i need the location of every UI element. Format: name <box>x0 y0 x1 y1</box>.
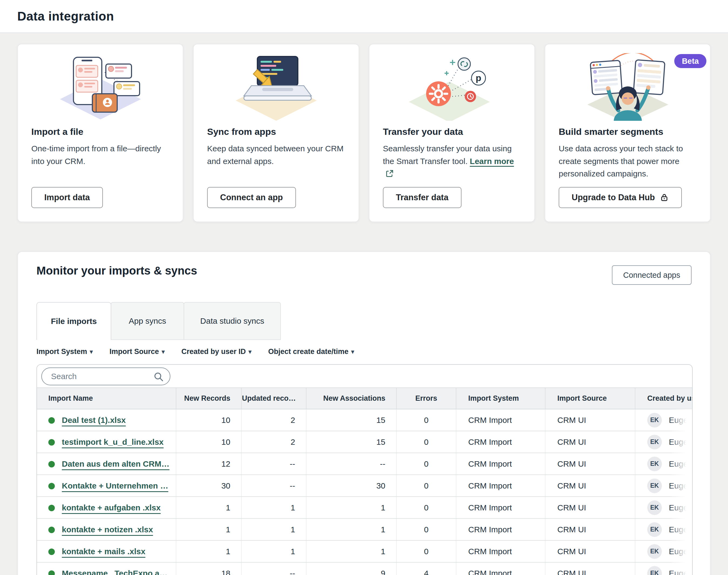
filter-created-by-user-id[interactable]: Created by user ID ▾ <box>181 347 252 356</box>
created-by-name: Eugen <box>669 481 692 490</box>
updated-records-cell: 2 <box>242 431 306 453</box>
errors-cell: 0 <box>396 453 456 475</box>
import-name-link[interactable]: Deal test (1).xlsx <box>62 416 126 425</box>
transfer-data-button-label: Transfer data <box>396 193 448 202</box>
created-by-cell: EKEugen <box>635 562 693 575</box>
avatar: EK <box>647 522 662 537</box>
transfer-data-illustration: p <box>369 51 534 123</box>
created-by-cell: EKEugen <box>635 409 693 431</box>
imports-table-container: Import Name New Records Updated reco… Ne… <box>36 364 693 575</box>
monitor-section-title: Monitor your imports & syncs <box>36 264 197 277</box>
new-records-cell: 18 <box>176 562 242 575</box>
avatar: EK <box>647 478 662 493</box>
connected-apps-button[interactable]: Connected apps <box>612 265 692 285</box>
external-link-icon <box>386 169 394 177</box>
import-name-cell: Daten aus dem alten CRM… <box>37 453 176 475</box>
created-by-cell: EKEugen <box>635 453 693 475</box>
import-source-cell: CRM UI <box>545 540 635 562</box>
filter-label: Import System <box>36 347 87 356</box>
new-associations-cell: 15 <box>306 431 396 453</box>
search-input[interactable] <box>41 368 170 385</box>
import-name-cell: testimport k_u_d_line.xlsx <box>37 431 176 453</box>
import-source-cell: CRM UI <box>545 409 635 431</box>
import-system-cell: CRM Import <box>456 518 545 540</box>
import-name-cell: kontakte + aufgaben .xlsx <box>37 497 176 518</box>
import-name-link[interactable]: kontakte + notizen .xlsx <box>62 525 153 534</box>
svg-text:p: p <box>476 73 481 83</box>
table-header: Import Name New Records Updated reco… Ne… <box>37 388 693 409</box>
table-row: kontakte + notizen .xlsx1110CRM ImportCR… <box>37 518 693 540</box>
filter-object-create-datetime[interactable]: Object create date/time ▾ <box>268 347 354 356</box>
card-body: Use data across your tech stack to creat… <box>559 142 697 180</box>
tab-file-imports[interactable]: File imports <box>36 302 111 340</box>
filter-row: Import System ▾ Import Source ▾ Created … <box>36 347 354 356</box>
import-name-cell: kontakte + notizen .xlsx <box>37 518 176 540</box>
created-by-name: Eugen <box>669 569 692 575</box>
table-row: kontakte + aufgaben .xlsx1110CRM ImportC… <box>37 497 693 518</box>
connect-an-app-button[interactable]: Connect an app <box>207 187 296 208</box>
card-transfer-your-data: p Transfer your data Seamlessly transfer… <box>369 44 535 222</box>
new-associations-cell: 1 <box>306 518 396 540</box>
import-source-cell: CRM UI <box>545 497 635 518</box>
import-file-illustration <box>18 51 183 123</box>
created-by-cell: EKEugen <box>635 475 693 497</box>
status-dot-icon <box>48 570 55 575</box>
filter-import-source[interactable]: Import Source ▾ <box>110 347 165 356</box>
import-system-cell: CRM Import <box>456 453 545 475</box>
import-system-cell: CRM Import <box>456 497 545 518</box>
learn-more-link[interactable]: Learn more <box>470 157 514 166</box>
import-source-cell: CRM UI <box>545 518 635 540</box>
status-dot-icon <box>48 439 55 446</box>
updated-records-cell: 1 <box>242 540 306 562</box>
upgrade-to-data-hub-button[interactable]: Upgrade to Data Hub <box>559 187 682 208</box>
transfer-data-button[interactable]: Transfer data <box>383 187 462 208</box>
new-records-cell: 1 <box>176 518 242 540</box>
search-field <box>41 368 170 385</box>
table-row: Messename_ TechExpo a…18--94CRM ImportCR… <box>37 562 693 575</box>
col-import-name: Import Name <box>37 388 176 409</box>
avatar: EK <box>647 544 662 559</box>
caret-down-icon: ▾ <box>351 348 354 355</box>
errors-cell: 4 <box>396 562 456 575</box>
col-import-source: Import Source <box>545 388 635 409</box>
created-by-name: Eugen <box>669 415 692 425</box>
import-name-link[interactable]: testimport k_u_d_line.xlsx <box>62 438 163 447</box>
new-records-cell: 1 <box>176 497 242 518</box>
status-dot-icon <box>48 483 55 489</box>
table-row: Daten aus dem alten CRM…12----0CRM Impor… <box>37 453 693 475</box>
status-dot-icon <box>48 505 55 511</box>
table-body: Deal test (1).xlsx102150CRM ImportCRM UI… <box>37 409 693 575</box>
import-source-cell: CRM UI <box>545 562 635 575</box>
filter-import-system[interactable]: Import System ▾ <box>36 347 93 356</box>
new-associations-cell: 1 <box>306 540 396 562</box>
updated-records-cell: 1 <box>242 518 306 540</box>
updated-records-cell: -- <box>242 562 306 575</box>
created-by-cell: EKEugen <box>635 431 693 453</box>
import-name-link[interactable]: Kontakte + Unternehmen … <box>62 481 168 491</box>
filter-label: Import Source <box>110 347 159 356</box>
import-system-cell: CRM Import <box>456 475 545 497</box>
import-name-cell: Deal test (1).xlsx <box>37 409 176 431</box>
table-row: Kontakte + Unternehmen …30--300CRM Impor… <box>37 475 693 497</box>
import-name-link[interactable]: kontakte + mails .xlsx <box>62 547 145 556</box>
import-name-link[interactable]: Daten aus dem alten CRM… <box>62 460 169 469</box>
import-name-link[interactable]: kontakte + aufgaben .xlsx <box>62 503 161 512</box>
new-records-cell: 12 <box>176 453 242 475</box>
col-errors: Errors <box>396 388 456 409</box>
tab-app-syncs[interactable]: App syncs <box>111 302 184 340</box>
filter-label: Created by user ID <box>181 347 246 356</box>
import-name-link[interactable]: Messename_ TechExpo a… <box>62 569 168 575</box>
card-build-smarter-segments: Beta <box>545 44 711 222</box>
caret-down-icon: ▾ <box>162 348 165 355</box>
monitor-panel: Monitor your imports & syncs Connected a… <box>17 251 711 575</box>
col-new-associations: New Associations <box>306 388 396 409</box>
table-row: testimport k_u_d_line.xlsx102150CRM Impo… <box>37 431 693 453</box>
import-data-button[interactable]: Import data <box>31 187 103 208</box>
beta-badge: Beta <box>674 54 706 68</box>
created-by-name: Eugen <box>669 437 692 446</box>
col-import-system: Import System <box>456 388 545 409</box>
card-body: Seamlessly transfer your data using the … <box>383 142 521 180</box>
tab-data-studio-syncs[interactable]: Data studio syncs <box>184 302 281 340</box>
action-cards-row: Import a file One-time import from a fil… <box>17 44 711 222</box>
monitor-tabs: File imports App syncs Data studio syncs <box>36 302 281 340</box>
